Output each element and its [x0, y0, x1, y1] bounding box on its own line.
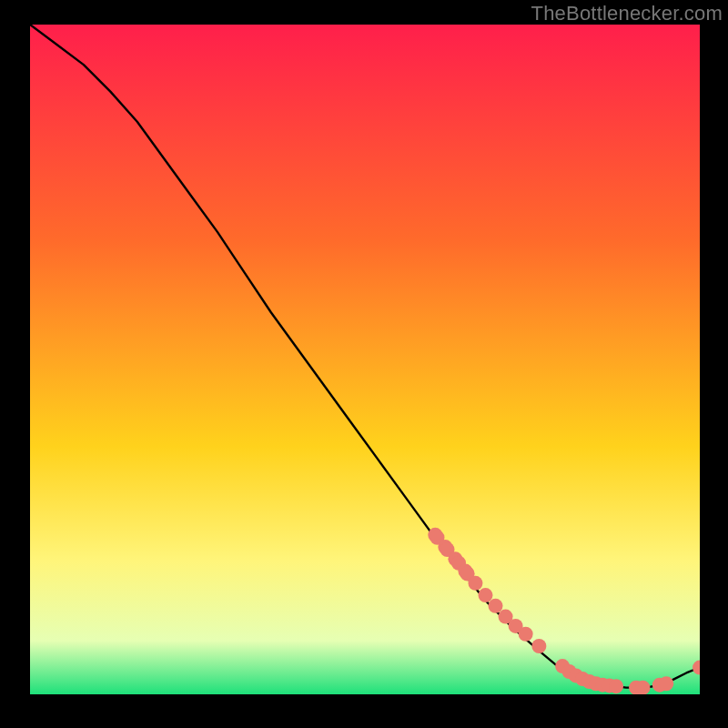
data-point — [693, 661, 700, 675]
marker-layer — [30, 25, 700, 694]
data-point — [659, 676, 673, 691]
data-point — [635, 681, 650, 694]
data-point — [468, 576, 482, 591]
data-point — [609, 679, 623, 693]
chart-frame: TheBottlenecker.com — [0, 0, 728, 728]
data-point — [531, 639, 546, 653]
highlighted-points — [428, 528, 700, 694]
data-point — [519, 627, 533, 642]
watermark-text: TheBottlenecker.com — [531, 2, 723, 25]
data-point — [489, 599, 503, 613]
data-point — [478, 588, 492, 602]
plot-area — [30, 25, 700, 694]
